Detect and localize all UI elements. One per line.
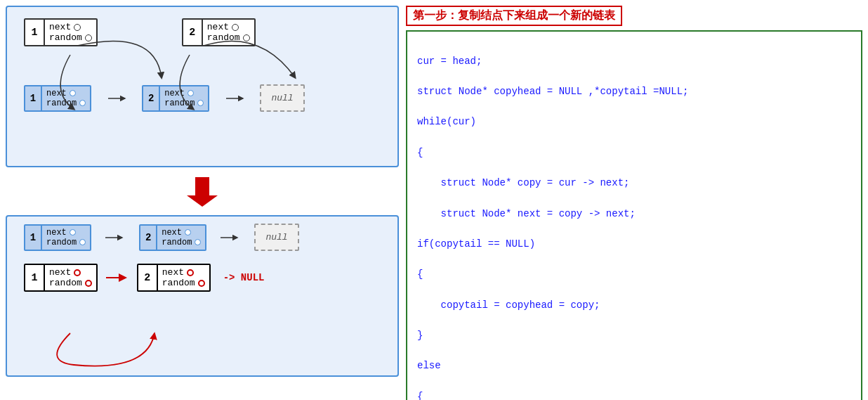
- code-box: cur = head; struct Node* copyhead = NULL…: [406, 30, 862, 400]
- top-blue-node-1: 1 next random: [24, 85, 91, 112]
- random-circle2: [243, 34, 250, 41]
- field-random-label2: random: [207, 32, 240, 43]
- bot-blk1-next-circle: [74, 269, 81, 276]
- red-down-arrow-svg: [181, 176, 223, 207]
- b2-random-label: random: [164, 98, 195, 108]
- bottom-black-nodes-row: 1 next random 2 next random: [17, 264, 388, 292]
- code-line-6: struct Node* next = copy -> next;: [417, 207, 851, 222]
- arrow-svg-2: [226, 93, 246, 104]
- top-nodes-row: 1 next random 2 next random: [17, 14, 388, 46]
- code-line-12: {: [417, 389, 851, 400]
- bot-arrow-1: [105, 232, 125, 243]
- arrow-svg-1: [108, 93, 128, 104]
- bot-blue-node-1-num: 1: [25, 226, 42, 250]
- b1-random-label: random: [46, 98, 77, 108]
- b1-next-circle: [70, 90, 76, 96]
- arrow-right-1: [108, 93, 128, 104]
- bot-black-2-fields: next random: [158, 265, 209, 290]
- large-red-arrow: [6, 173, 399, 209]
- code-line-7: if(copytail == NULL): [417, 237, 851, 252]
- bottom-diagram-box: 1 next random 2 next random: [6, 215, 399, 377]
- code-line-3: while(cur): [417, 115, 851, 130]
- random-circle: [85, 34, 92, 41]
- right-panel: 第一步：复制结点下来组成一个新的链表 cur = head; struct No…: [406, 6, 862, 394]
- top-node-2-fields: next random: [203, 20, 254, 45]
- bot-blue-node-2-fields: next random: [157, 226, 205, 250]
- bot-blue-node-1: 1 next random: [24, 224, 91, 251]
- code-line-10: }: [417, 328, 851, 344]
- step-title: 第一步：复制结点下来组成一个新的链表: [406, 6, 622, 26]
- code-line-9: copytail = copyhead = copy;: [417, 298, 851, 314]
- bot-b1-next-circle: [70, 229, 76, 236]
- bot-blue-node-2-num: 2: [140, 226, 157, 250]
- bot-black-2-num: 2: [138, 265, 158, 290]
- top-blue-node-2-fields: next random: [160, 86, 208, 110]
- next-circle: [74, 24, 81, 31]
- bot-b2-rand-circle: [195, 239, 201, 245]
- code-line-4: {: [417, 146, 851, 161]
- field-random-label: random: [49, 32, 82, 43]
- bot-null-node: null: [254, 224, 298, 251]
- bottom-blue-nodes-row: 1 next random 2 next random: [17, 224, 388, 251]
- top-blue-node-1-fields: next random: [42, 86, 90, 110]
- bot-blk2-next-circle: [187, 269, 194, 276]
- top-node-1-fields: next random: [45, 20, 96, 45]
- b1-random-circle: [79, 100, 86, 106]
- bot-black-1-fields: next random: [45, 265, 96, 290]
- code-line-1: cur = head;: [417, 54, 851, 70]
- top-blue-node-2-num: 2: [143, 86, 160, 110]
- code-line-11: else: [417, 359, 851, 374]
- top-blue-node-2: 2 next random: [142, 85, 209, 112]
- b1-next-label: next: [46, 89, 67, 98]
- top-node-2-num: 2: [183, 20, 203, 45]
- arrow-right-2: [226, 93, 246, 104]
- top-node-2: 2 next random: [182, 18, 256, 46]
- top-node-1: 1 next random: [24, 18, 98, 46]
- code-line-2: struct Node* copyhead = NULL ,*copytail …: [417, 84, 851, 100]
- left-panel: 1 next random 2 next random: [6, 6, 399, 394]
- bot-arrow-2: [221, 232, 240, 243]
- code-line-5: struct Node* copy = cur -> next;: [417, 176, 851, 191]
- red-arrow-right: [106, 272, 129, 283]
- top-diagram-box: 1 next random 2 next random: [6, 6, 399, 167]
- field-next-label: next: [49, 22, 71, 32]
- bot-blue-node-2: 2 next random: [139, 224, 206, 251]
- bot-blk1-rand-circle: [85, 280, 92, 287]
- code-line-8: {: [417, 267, 851, 283]
- top-node-1-num: 1: [25, 20, 45, 45]
- bottom-red-curves-svg: [14, 326, 281, 368]
- top-blue-nodes-row: 1 next random 2 next random: [17, 73, 388, 112]
- bot-b1-rand-circle: [79, 239, 86, 245]
- field-next-label2: next: [207, 22, 229, 32]
- bot-blk2-rand-circle: [198, 280, 205, 287]
- b2-next-label: next: [164, 89, 185, 98]
- b2-random-circle: [197, 100, 204, 106]
- next-circle2: [232, 24, 239, 31]
- top-blue-node-1-num: 1: [25, 86, 42, 110]
- bot-black-1-num: 1: [25, 265, 45, 290]
- bot-black-node-1: 1 next random: [24, 264, 98, 292]
- bot-b2-next-circle: [185, 229, 191, 236]
- svg-marker-6: [187, 177, 218, 207]
- bot-black-node-2: 2 next random: [137, 264, 211, 292]
- null-red-label: -> NULL: [223, 272, 265, 283]
- b2-next-circle: [188, 90, 194, 96]
- top-null-node: null: [260, 84, 304, 112]
- bot-blue-node-1-fields: next random: [42, 226, 90, 250]
